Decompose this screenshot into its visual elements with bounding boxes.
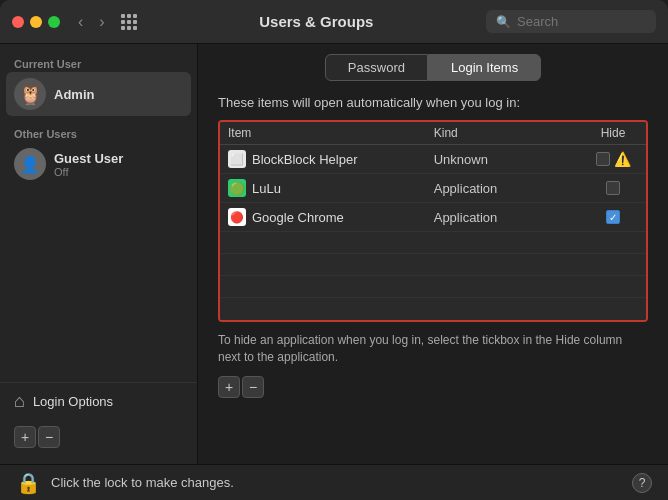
tab-bar: Password Login Items [198, 44, 668, 81]
col-header-item: Item [228, 126, 434, 140]
guest-avatar: 👤 [14, 148, 46, 180]
checkbox-blockblock[interactable] [596, 152, 610, 166]
table-row-empty [220, 298, 646, 320]
admin-avatar-icon: 🦉 [18, 82, 43, 106]
content-area: Password Login Items These items will op… [198, 44, 668, 464]
guest-user-status: Off [54, 166, 123, 178]
titlebar: ‹ › Users & Groups 🔍 [0, 0, 668, 44]
row-hide-lulu [588, 181, 638, 195]
sidebar-bottom-buttons: + − [0, 420, 197, 454]
minimize-button[interactable] [30, 16, 42, 28]
add-remove-buttons: + − [218, 376, 648, 398]
search-bar[interactable]: 🔍 [486, 10, 656, 33]
other-users-label: Other Users [0, 124, 197, 142]
current-user-label: Current User [0, 54, 197, 72]
col-header-kind: Kind [434, 126, 588, 140]
col-header-hide: Hide [588, 126, 638, 140]
add-user-button[interactable]: + [14, 426, 36, 448]
admin-user-item[interactable]: 🦉 Admin [6, 72, 191, 116]
lulu-icon: 🟢 [228, 179, 246, 197]
tab-login-items[interactable]: Login Items [428, 54, 541, 81]
window-title: Users & Groups [147, 13, 486, 30]
close-button[interactable] [12, 16, 24, 28]
search-icon: 🔍 [496, 15, 511, 29]
guest-user-info: Guest User Off [54, 151, 123, 178]
table-row-empty [220, 254, 646, 276]
row-name-chrome: 🔴 Google Chrome [228, 208, 434, 226]
add-item-button[interactable]: + [218, 376, 240, 398]
description-text: These items will open automatically when… [218, 95, 648, 110]
admin-avatar: 🦉 [14, 78, 46, 110]
search-input[interactable] [517, 14, 637, 29]
grid-icon[interactable] [121, 14, 137, 30]
traffic-lights [12, 16, 60, 28]
admin-user-info: Admin [54, 87, 94, 102]
row-kind-chrome: Application [434, 210, 588, 225]
table-row: 🟢 LuLu Application [220, 174, 646, 203]
lock-icon[interactable]: 🔒 [16, 471, 41, 495]
row-kind-lulu: Application [434, 181, 588, 196]
table-row-empty [220, 276, 646, 298]
checkbox-lulu[interactable] [606, 181, 620, 195]
lock-bar: 🔒 Click the lock to make changes. ? [0, 464, 668, 500]
items-table: Item Kind Hide ⬜ BlockBlock Helper Unkno… [218, 120, 648, 322]
table-row: 🔴 Google Chrome Application [220, 203, 646, 232]
house-icon: ⌂ [14, 391, 25, 412]
guest-user-name: Guest User [54, 151, 123, 166]
checkbox-chrome[interactable] [606, 210, 620, 224]
help-button[interactable]: ? [632, 473, 652, 493]
back-button[interactable]: ‹ [72, 11, 89, 33]
warning-icon-blockblock: ⚠️ [614, 151, 631, 167]
login-options-item[interactable]: ⌂ Login Options [0, 382, 197, 420]
table-row-empty [220, 232, 646, 254]
nav-buttons: ‹ › [72, 11, 111, 33]
row-name-blockblock: ⬜ BlockBlock Helper [228, 150, 434, 168]
admin-user-name: Admin [54, 87, 94, 102]
forward-button[interactable]: › [93, 11, 110, 33]
tab-password[interactable]: Password [325, 54, 428, 81]
sidebar: Current User 🦉 Admin Other Users 👤 Guest… [0, 44, 198, 464]
row-kind-blockblock: Unknown [434, 152, 588, 167]
row-hide-blockblock: ⚠️ [588, 151, 638, 167]
content-body: These items will open automatically when… [198, 81, 668, 464]
maximize-button[interactable] [48, 16, 60, 28]
table-header: Item Kind Hide [220, 122, 646, 145]
row-hide-chrome [588, 210, 638, 224]
row-name-lulu: 🟢 LuLu [228, 179, 434, 197]
bottom-hint-text: To hide an application when you log in, … [218, 332, 648, 366]
login-options-label: Login Options [33, 394, 113, 409]
chrome-icon: 🔴 [228, 208, 246, 226]
blockblock-icon: ⬜ [228, 150, 246, 168]
remove-user-button[interactable]: − [38, 426, 60, 448]
lock-text: Click the lock to make changes. [51, 475, 622, 490]
table-rows: ⬜ BlockBlock Helper Unknown ⚠️ 🟢 [220, 145, 646, 320]
main-layout: Current User 🦉 Admin Other Users 👤 Guest… [0, 44, 668, 464]
remove-item-button[interactable]: − [242, 376, 264, 398]
guest-user-item[interactable]: 👤 Guest User Off [0, 142, 197, 186]
table-row: ⬜ BlockBlock Helper Unknown ⚠️ [220, 145, 646, 174]
